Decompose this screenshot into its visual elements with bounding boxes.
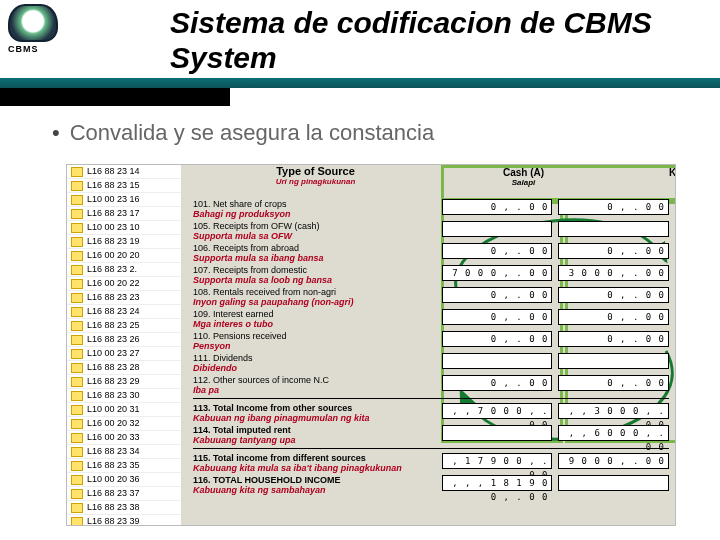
row-label-tl: Kabuuang tantyang upa: [193, 435, 436, 445]
file-icon: [71, 223, 83, 233]
income-row: 111. DividendsDibidendo: [193, 353, 669, 373]
file-id: L16 88 23 39: [87, 517, 140, 526]
file-list-item[interactable]: L16 00 20 32: [67, 417, 181, 431]
cash-input[interactable]: , , 7 0 0 0 , . 0 0: [442, 403, 553, 419]
file-icon: [71, 265, 83, 275]
file-list-item[interactable]: L16 88 23 19: [67, 235, 181, 249]
kind-input[interactable]: , , 3 0 0 0 , . 0 0: [558, 403, 669, 419]
row-label-tl: Dibidendo: [193, 363, 436, 373]
file-list-item[interactable]: L16 88 23 23: [67, 291, 181, 305]
cash-input[interactable]: 0 , . 0 0: [442, 243, 553, 259]
cash-input[interactable]: 0 , . 0 0: [442, 375, 553, 391]
file-icon: [71, 433, 83, 443]
slide-title: Sistema de codificacion de CBMS System: [170, 6, 710, 75]
file-list-item[interactable]: L16 88 23 29: [67, 375, 181, 389]
file-list-item[interactable]: L10 00 20 31: [67, 403, 181, 417]
file-id: L16 88 23 23: [87, 293, 140, 302]
cbms-logo: CBMS: [8, 4, 56, 60]
row-label-tl: Kabuuang kita mula sa iba't ibang pinagk…: [193, 463, 436, 473]
file-list-item[interactable]: L16 88 23 24: [67, 305, 181, 319]
file-list-item[interactable]: L16 88 23 30: [67, 389, 181, 403]
file-id: L16 88 23 30: [87, 391, 140, 400]
kind-input[interactable]: 9 0 0 0 , . 0 0: [558, 453, 669, 469]
income-row: 110. Pensions receivedPensyon0 , . 0 00 …: [193, 331, 669, 351]
row-label-tl: Inyon galing sa paupahang (non-agri): [193, 297, 436, 307]
file-id: L16 00 20 22: [87, 279, 140, 288]
file-list-item[interactable]: L16 00 20 20: [67, 249, 181, 263]
file-list-item[interactable]: L10 00 20 36: [67, 473, 181, 487]
row-label-tl: Supporta mula sa ibang bansa: [193, 253, 436, 263]
income-row: 106. Receipts from abroadSupporta mula s…: [193, 243, 669, 263]
file-id: L16 88 23 15: [87, 181, 140, 190]
row-label-en: 113. Total Income from other sources: [193, 403, 352, 413]
file-icon: [71, 377, 83, 387]
file-icon: [71, 419, 83, 429]
file-id: L10 00 20 31: [87, 405, 140, 414]
header-highlight-box: [441, 165, 676, 201]
row-label-en: 109. Interest earned: [193, 309, 274, 319]
file-list-item[interactable]: L16 88 23 38: [67, 501, 181, 515]
file-list-item[interactable]: L16 88 23 39: [67, 515, 181, 526]
file-list-item[interactable]: L16 88 23 26: [67, 333, 181, 347]
kind-input[interactable]: 0 , . 0 0: [558, 375, 669, 391]
kind-input[interactable]: 0 , . 0 0: [558, 309, 669, 325]
file-list-item[interactable]: L10 00 23 27: [67, 347, 181, 361]
file-id: L10 00 23 10: [87, 223, 140, 232]
file-id: L16 88 23 17: [87, 209, 140, 218]
row-label-en: 110. Pensions received: [193, 331, 287, 341]
file-id: L16 88 23 29: [87, 377, 140, 386]
cash-input[interactable]: [442, 353, 553, 369]
file-list-item[interactable]: L10 00 23 10: [67, 221, 181, 235]
file-icon: [71, 279, 83, 289]
kind-input[interactable]: 3 0 0 0 , . 0 0: [558, 265, 669, 281]
income-row: 105. Receipts from OFW (cash)Supporta mu…: [193, 221, 669, 241]
row-label-en: 105. Receipts from OFW (cash): [193, 221, 320, 231]
row-label-en: 115. Total income from different sources: [193, 453, 366, 463]
row-label-tl: Iba pa: [193, 385, 436, 395]
kind-input[interactable]: 0 , . 0 0: [558, 243, 669, 259]
file-list-item[interactable]: L16 00 20 33: [67, 431, 181, 445]
income-row: 115. Total income from different sources…: [193, 453, 669, 473]
cash-input[interactable]: 0 , . 0 0: [442, 199, 553, 215]
header-accent-bar: [0, 78, 720, 88]
cash-input[interactable]: 0 , . 0 0: [442, 331, 553, 347]
cash-input[interactable]: , 1 7 9 0 0 , . 0 0: [442, 453, 553, 469]
income-row: 108. Rentals received from non-agriInyon…: [193, 287, 669, 307]
kind-input[interactable]: 0 , . 0 0: [558, 287, 669, 303]
file-id: L16 88 23 25: [87, 321, 140, 330]
kind-input[interactable]: 0 , . 0 0: [558, 331, 669, 347]
file-list-item[interactable]: L16 88 23 34: [67, 445, 181, 459]
kind-input[interactable]: [558, 353, 669, 369]
file-list-item[interactable]: L16 00 20 22: [67, 277, 181, 291]
cash-input[interactable]: , , , 1 8 1 9 0 0 , . 0 0: [442, 475, 553, 491]
cash-input[interactable]: [442, 221, 553, 237]
cash-input[interactable]: [442, 425, 553, 441]
file-list-item[interactable]: L16 88 23 25: [67, 319, 181, 333]
file-list-item[interactable]: L16 88 23 15: [67, 179, 181, 193]
file-icon: [71, 251, 83, 261]
cash-input[interactable]: 0 , . 0 0: [442, 287, 553, 303]
kind-input[interactable]: [558, 221, 669, 237]
kind-input[interactable]: , , 6 0 0 0 , . 0 0: [558, 425, 669, 441]
file-list-item[interactable]: L16 88 23 28: [67, 361, 181, 375]
file-list-item[interactable]: L16 88 23 2.: [67, 263, 181, 277]
income-row: 109. Interest earnedMga interes o tubo0 …: [193, 309, 669, 329]
cash-input[interactable]: 0 , . 0 0: [442, 309, 553, 325]
file-id: L16 88 23 24: [87, 307, 140, 316]
kind-input[interactable]: [558, 475, 669, 491]
file-id: L16 00 20 33: [87, 433, 140, 442]
file-list-item[interactable]: L16 88 23 35: [67, 459, 181, 473]
cash-input[interactable]: 7 0 0 0 , . 0 0: [442, 265, 553, 281]
file-list-item[interactable]: L10 00 23 16: [67, 193, 181, 207]
file-list-item[interactable]: L16 88 23 37: [67, 487, 181, 501]
screenshot-panel: L16 88 23 14L16 88 23 15L10 00 23 16L16 …: [66, 164, 676, 526]
file-list-item[interactable]: L16 88 23 17: [67, 207, 181, 221]
kind-input[interactable]: 0 , . 0 0: [558, 199, 669, 215]
file-icon: [71, 517, 83, 527]
row-label-tl: Mga interes o tubo: [193, 319, 436, 329]
file-list-item[interactable]: L16 88 23 14: [67, 165, 181, 179]
file-icon: [71, 293, 83, 303]
file-id: L16 88 23 37: [87, 489, 140, 498]
file-id: L16 88 23 14: [87, 167, 140, 176]
file-id: L16 88 23 28: [87, 363, 140, 372]
